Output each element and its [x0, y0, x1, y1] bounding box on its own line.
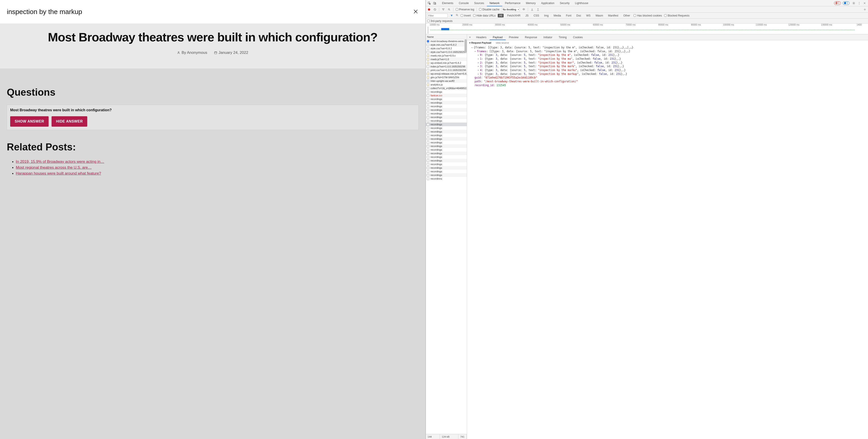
table-row[interactable]: gtm.js?id=GTM-5RK5Z5N	[426, 76, 467, 79]
payload-pane[interactable]: ▾ Request Payload view source {frames: […	[467, 40, 868, 439]
table-row[interactable]: rrweb.min.js?ver=0.9.x	[426, 54, 467, 57]
tab-response[interactable]: Response	[522, 34, 540, 40]
tab-performance[interactable]: Performance	[502, 0, 523, 6]
table-row[interactable]: recordings	[426, 163, 467, 166]
scrollbar-thumb[interactable]	[465, 39, 467, 53]
filter-type-wasm[interactable]: Wasm	[594, 14, 604, 18]
blocked-cookies-check[interactable]: Has blocked cookies	[633, 14, 662, 17]
table-row[interactable]: recordings	[426, 123, 467, 126]
kebab-icon[interactable]: ⋮	[857, 1, 862, 6]
tab-preview[interactable]: Preview	[506, 34, 522, 40]
table-row[interactable]: recordings	[426, 155, 467, 159]
table-row[interactable]: recordings	[426, 166, 467, 170]
filter-type-css[interactable]: CSS	[532, 14, 540, 18]
table-row[interactable]: recordings	[426, 144, 467, 148]
filter-type-other[interactable]: Other	[622, 14, 631, 18]
preserve-log[interactable]: Preserve log	[456, 8, 474, 11]
funnel-icon[interactable]	[450, 14, 454, 17]
hide-data-urls-check[interactable]: Hide data URLs	[473, 14, 496, 17]
hide-answer-button[interactable]: HIDE ANSWER	[52, 116, 88, 127]
filter-type-fetch[interactable]: Fetch/XHR	[506, 14, 522, 18]
table-row[interactable]: recordings	[426, 115, 467, 119]
close-detail-icon[interactable]: ×	[467, 34, 473, 40]
table-row[interactable]: recordings	[426, 130, 467, 134]
table-row[interactable]: recordings	[426, 112, 467, 115]
tree-node[interactable]: 3: {type: 3, data: {source: 5, text: "in…	[471, 64, 866, 68]
table-row[interactable]: rrweb.js?ver=1.0	[426, 57, 467, 61]
table-row[interactable]: recordings	[426, 170, 467, 173]
tree-node[interactable]: 0: {type: 3, data: {source: 5, text: "in…	[471, 53, 866, 57]
table-row[interactable]: recordings	[426, 119, 467, 123]
tab-memory[interactable]: Memory	[523, 0, 538, 6]
filter-type-font[interactable]: Font	[565, 14, 573, 18]
gear-icon[interactable]	[851, 1, 856, 6]
close-devtools-icon[interactable]	[862, 1, 867, 6]
table-row[interactable]: recordings	[426, 134, 467, 137]
tab-headers[interactable]: Headers	[473, 34, 490, 40]
tab-payload[interactable]: Payload	[490, 34, 506, 40]
third-party-row[interactable]: 3rd-party requests	[426, 19, 868, 24]
filter-type-js[interactable]: JS	[524, 14, 530, 18]
table-row[interactable]: print.css?ver=1.0.0.1605200298	[426, 68, 467, 72]
table-row[interactable]: wp-embed.min.js?ver=5.8.2	[426, 61, 467, 65]
tab-console[interactable]: Console	[456, 0, 471, 6]
tree-node[interactable]: {frames: [{type: 3, data: {source: 5, te…	[471, 46, 866, 50]
record-icon[interactable]	[427, 8, 431, 11]
table-row[interactable]: Inter-upright-var.woff2	[426, 79, 467, 83]
reqlist-header[interactable]: Name	[426, 34, 467, 39]
tab-application[interactable]: Application	[538, 0, 557, 6]
table-row[interactable]: recordings	[426, 126, 467, 130]
tree-node[interactable]: frames: [{type: 3, data: {source: 5, tex…	[471, 50, 866, 53]
filter-type-manifest[interactable]: Manifest	[607, 14, 620, 18]
tab-elements[interactable]: Elements	[439, 0, 456, 6]
info-count-badge[interactable]: 1	[843, 1, 849, 5]
filter-type-all[interactable]: All	[498, 14, 503, 18]
table-row[interactable]: style.css?ver=5.8.2	[426, 47, 467, 50]
tab-sources[interactable]: Sources	[471, 0, 487, 6]
filter-toggle-icon[interactable]	[441, 8, 445, 11]
inspect-element-icon[interactable]	[427, 1, 432, 6]
show-answer-button[interactable]: SHOW ANSWER	[10, 116, 49, 127]
device-toolbar-icon[interactable]	[432, 1, 437, 6]
table-row[interactable]: recordinns	[426, 177, 467, 180]
tree-node[interactable]: 5: {type: 3, data: {source: 5, text: "in…	[471, 72, 866, 76]
invert-check[interactable]: Invert	[461, 14, 471, 17]
tab-initiator[interactable]: Initiator	[540, 34, 555, 40]
filter-type-media[interactable]: Media	[552, 14, 562, 18]
filter-input[interactable]	[427, 13, 447, 18]
tab-lighthouse[interactable]: Lighthouse	[572, 0, 591, 6]
search-icon[interactable]	[447, 8, 451, 11]
gear-icon[interactable]	[863, 8, 867, 11]
table-row[interactable]: collect?v=1&_v=j96&a=464885235&t=...	[426, 86, 467, 90]
clear-icon[interactable]	[433, 8, 437, 11]
table-row[interactable]: most-broadway-theatres-were-built-in..	[426, 39, 467, 43]
table-row[interactable]: recordings	[426, 105, 467, 108]
tab-cookies[interactable]: Cookies	[570, 34, 586, 40]
export-har-icon[interactable]	[536, 8, 540, 11]
blocked-requests-check[interactable]: Blocked Requests	[664, 14, 689, 17]
table-row[interactable]: index.js?ver=1.0.0.1605200298	[426, 65, 467, 68]
tree-node[interactable]: 2: {type: 3, data: {source: 5, text: "in…	[471, 61, 866, 65]
import-har-icon[interactable]	[530, 8, 534, 11]
table-row[interactable]: recordings	[426, 137, 467, 141]
table-row[interactable]: analytics.js	[426, 83, 467, 86]
related-link[interactable]: Most regional theatres across the U.S. a…	[16, 165, 92, 170]
filter-type-ws[interactable]: WS	[585, 14, 592, 18]
tab-network[interactable]: Network	[487, 0, 502, 6]
tree-node[interactable]: 1: {type: 3, data: {source: 5, text: "in…	[471, 57, 866, 61]
network-conditions-icon[interactable]	[522, 8, 526, 11]
table-row[interactable]: style.css?ver=1.0.0.1605200298	[426, 50, 467, 54]
table-row[interactable]: recordings	[426, 141, 467, 144]
disable-cache[interactable]: Disable cache	[479, 8, 499, 11]
view-source-link[interactable]: view source	[496, 41, 509, 45]
throttling-select[interactable]: No throttling	[502, 7, 520, 11]
related-link[interactable]: In 2019, 15.9% of Broadway actors were a…	[16, 159, 104, 164]
table-row[interactable]: style.min.css?ver=5.8.2	[426, 43, 467, 47]
table-row[interactable]: recordings	[426, 151, 467, 155]
tree-node[interactable]: 4: {type: 3, data: {source: 5, text: "in…	[471, 68, 866, 72]
table-row[interactable]: recordings	[426, 101, 467, 105]
close-icon[interactable]	[413, 7, 418, 16]
table-row[interactable]: recordings	[426, 159, 467, 163]
tab-timing[interactable]: Timing	[555, 34, 570, 40]
tab-security[interactable]: Security	[557, 0, 572, 6]
